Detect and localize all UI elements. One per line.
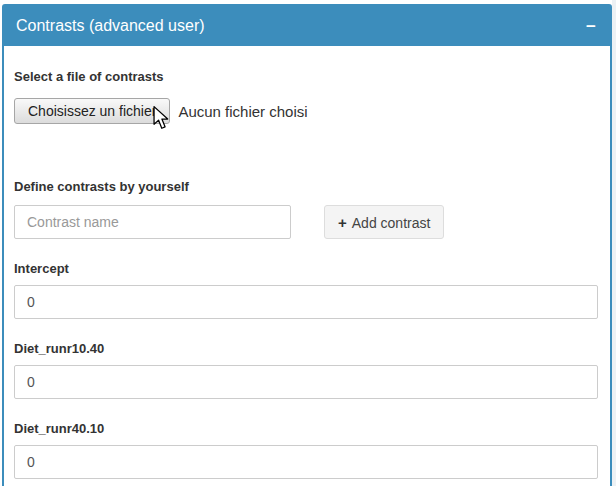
coefficient-group-intercept: Intercept <box>14 261 598 319</box>
define-contrasts-row: +Add contrast <box>14 205 598 239</box>
file-input-row: Choisissez un fichier Aucun fichier choi… <box>14 98 598 124</box>
file-input-group: Select a file of contrasts Choisissez un… <box>14 69 598 124</box>
diet-runr10-40-value-input[interactable] <box>14 365 598 399</box>
coefficient-label: Diet_runr40.10 <box>14 421 598 436</box>
panel-title: Contrasts (advanced user) <box>16 17 584 35</box>
file-input-label: Select a file of contrasts <box>14 69 598 84</box>
define-contrasts-group: Define contrasts by yourself +Add contra… <box>14 179 598 239</box>
intercept-value-input[interactable] <box>14 285 598 319</box>
diet-runr40-10-value-input[interactable] <box>14 445 598 479</box>
panel-header[interactable]: Contrasts (advanced user) − <box>4 6 610 46</box>
add-contrast-button[interactable]: +Add contrast <box>324 205 444 239</box>
panel-body: Select a file of contrasts Choisissez un… <box>4 46 610 486</box>
coefficient-label: Diet_runr10.40 <box>14 341 598 356</box>
page-background-strip <box>612 0 616 486</box>
contrasts-panel: Contrasts (advanced user) − Select a fil… <box>2 4 612 486</box>
no-file-chosen-text: Aucun fichier choisi <box>178 103 307 120</box>
coefficient-group-diet-runr10-40: Diet_runr10.40 <box>14 341 598 399</box>
plus-icon: + <box>338 214 347 231</box>
contrast-name-input[interactable] <box>14 205 291 239</box>
define-contrasts-label: Define contrasts by yourself <box>14 179 598 194</box>
collapse-minus-icon[interactable]: − <box>584 18 598 35</box>
coefficient-label: Intercept <box>14 261 598 276</box>
choose-file-button[interactable]: Choisissez un fichier <box>14 98 170 124</box>
coefficient-group-diet-runr40-10: Diet_runr40.10 <box>14 421 598 479</box>
add-contrast-label: Add contrast <box>352 215 431 231</box>
